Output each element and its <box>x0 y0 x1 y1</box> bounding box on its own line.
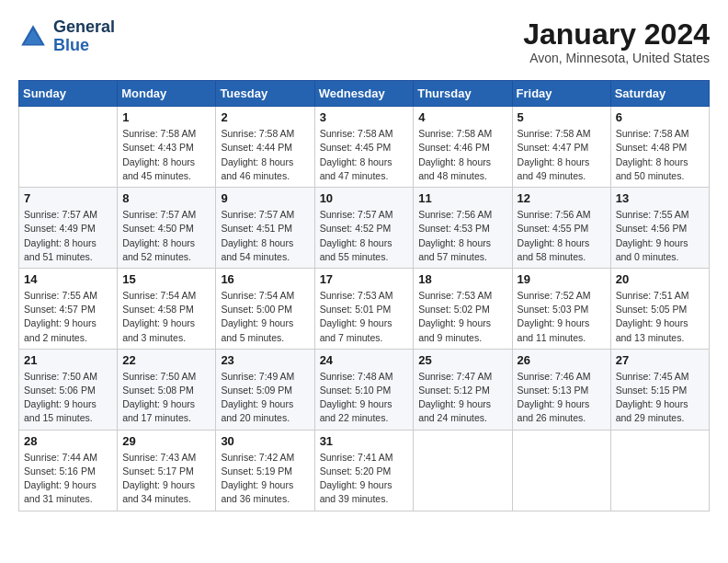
weekday-header-thursday: Thursday <box>414 81 512 107</box>
day-number: 28 <box>24 434 112 448</box>
day-number: 30 <box>221 434 309 448</box>
calendar-cell: 19Sunrise: 7:52 AMSunset: 5:03 PMDayligh… <box>512 268 610 349</box>
calendar-cell: 8Sunrise: 7:57 AMSunset: 4:50 PMDaylight… <box>118 188 216 269</box>
day-info: Sunrise: 7:58 AMSunset: 4:44 PMDaylight:… <box>221 127 309 183</box>
day-info: Sunrise: 7:57 AMSunset: 4:52 PMDaylight:… <box>320 208 409 264</box>
weekday-header-row: SundayMondayTuesdayWednesdayThursdayFrid… <box>19 81 710 107</box>
calendar-cell: 27Sunrise: 7:45 AMSunset: 5:15 PMDayligh… <box>610 349 709 430</box>
day-info: Sunrise: 7:49 AMSunset: 5:09 PMDaylight:… <box>221 370 309 426</box>
calendar-cell: 14Sunrise: 7:55 AMSunset: 4:57 PMDayligh… <box>19 268 118 349</box>
day-info: Sunrise: 7:50 AMSunset: 5:06 PMDaylight:… <box>24 370 112 426</box>
day-number: 4 <box>418 110 506 124</box>
logo-icon <box>18 22 48 52</box>
calendar-cell: 26Sunrise: 7:46 AMSunset: 5:13 PMDayligh… <box>512 349 610 430</box>
page-header: General Blue January 2024 Avon, Minnesot… <box>18 18 710 65</box>
calendar-cell: 4Sunrise: 7:58 AMSunset: 4:46 PMDaylight… <box>414 107 512 188</box>
weekday-header-monday: Monday <box>118 81 216 107</box>
calendar-cell: 23Sunrise: 7:49 AMSunset: 5:09 PMDayligh… <box>216 349 314 430</box>
day-number: 19 <box>518 272 606 286</box>
day-number: 14 <box>24 272 112 286</box>
calendar-cell: 13Sunrise: 7:55 AMSunset: 4:56 PMDayligh… <box>610 188 709 269</box>
day-info: Sunrise: 7:58 AMSunset: 4:46 PMDaylight:… <box>418 127 506 183</box>
calendar-cell: 2Sunrise: 7:58 AMSunset: 4:44 PMDaylight… <box>216 107 314 188</box>
month-title: January 2024 <box>523 18 710 51</box>
day-number: 6 <box>616 110 704 124</box>
day-info: Sunrise: 7:55 AMSunset: 4:56 PMDaylight:… <box>616 208 704 264</box>
day-number: 11 <box>418 191 506 205</box>
calendar-cell: 18Sunrise: 7:53 AMSunset: 5:02 PMDayligh… <box>414 268 512 349</box>
calendar-cell: 15Sunrise: 7:54 AMSunset: 4:58 PMDayligh… <box>118 268 216 349</box>
day-info: Sunrise: 7:51 AMSunset: 5:05 PMDaylight:… <box>616 289 704 345</box>
day-info: Sunrise: 7:53 AMSunset: 5:01 PMDaylight:… <box>320 289 409 345</box>
day-number: 13 <box>616 191 704 205</box>
weekday-header-wednesday: Wednesday <box>314 81 414 107</box>
day-number: 26 <box>518 353 606 367</box>
weekday-header-friday: Friday <box>512 81 610 107</box>
calendar-cell <box>414 430 512 511</box>
calendar-cell: 24Sunrise: 7:48 AMSunset: 5:10 PMDayligh… <box>314 349 414 430</box>
title-block: January 2024 Avon, Minnesota, United Sta… <box>523 18 710 65</box>
day-number: 7 <box>24 191 112 205</box>
weekday-header-sunday: Sunday <box>19 81 118 107</box>
day-info: Sunrise: 7:50 AMSunset: 5:08 PMDaylight:… <box>122 370 210 426</box>
day-number: 12 <box>518 191 606 205</box>
day-info: Sunrise: 7:42 AMSunset: 5:19 PMDaylight:… <box>221 451 309 507</box>
day-number: 10 <box>320 191 409 205</box>
day-number: 21 <box>24 353 112 367</box>
day-number: 25 <box>418 353 506 367</box>
day-info: Sunrise: 7:45 AMSunset: 5:15 PMDaylight:… <box>616 370 704 426</box>
logo-line1: General <box>53 18 115 37</box>
day-info: Sunrise: 7:41 AMSunset: 5:20 PMDaylight:… <box>320 451 409 507</box>
day-info: Sunrise: 7:43 AMSunset: 5:17 PMDaylight:… <box>122 451 210 507</box>
week-row-4: 21Sunrise: 7:50 AMSunset: 5:06 PMDayligh… <box>19 349 710 430</box>
calendar-cell: 30Sunrise: 7:42 AMSunset: 5:19 PMDayligh… <box>216 430 314 511</box>
calendar-cell <box>19 107 118 188</box>
day-info: Sunrise: 7:53 AMSunset: 5:02 PMDaylight:… <box>418 289 506 345</box>
calendar-cell <box>610 430 709 511</box>
calendar-cell: 31Sunrise: 7:41 AMSunset: 5:20 PMDayligh… <box>314 430 414 511</box>
day-info: Sunrise: 7:57 AMSunset: 4:49 PMDaylight:… <box>24 208 112 264</box>
day-number: 20 <box>616 272 704 286</box>
day-info: Sunrise: 7:58 AMSunset: 4:48 PMDaylight:… <box>616 127 704 183</box>
day-info: Sunrise: 7:54 AMSunset: 5:00 PMDaylight:… <box>221 289 309 345</box>
calendar-cell: 11Sunrise: 7:56 AMSunset: 4:53 PMDayligh… <box>414 188 512 269</box>
week-row-1: 1Sunrise: 7:58 AMSunset: 4:43 PMDaylight… <box>19 107 710 188</box>
day-number: 1 <box>122 110 210 124</box>
calendar-cell: 5Sunrise: 7:58 AMSunset: 4:47 PMDaylight… <box>512 107 610 188</box>
day-number: 15 <box>122 272 210 286</box>
week-row-5: 28Sunrise: 7:44 AMSunset: 5:16 PMDayligh… <box>19 430 710 511</box>
calendar-cell: 3Sunrise: 7:58 AMSunset: 4:45 PMDaylight… <box>314 107 414 188</box>
calendar-cell: 25Sunrise: 7:47 AMSunset: 5:12 PMDayligh… <box>414 349 512 430</box>
day-info: Sunrise: 7:54 AMSunset: 4:58 PMDaylight:… <box>122 289 210 345</box>
day-number: 27 <box>616 353 704 367</box>
day-number: 22 <box>122 353 210 367</box>
calendar-cell: 22Sunrise: 7:50 AMSunset: 5:08 PMDayligh… <box>118 349 216 430</box>
day-number: 24 <box>320 353 409 367</box>
calendar-cell: 21Sunrise: 7:50 AMSunset: 5:06 PMDayligh… <box>19 349 118 430</box>
day-number: 17 <box>320 272 409 286</box>
day-info: Sunrise: 7:56 AMSunset: 4:53 PMDaylight:… <box>418 208 506 264</box>
day-info: Sunrise: 7:48 AMSunset: 5:10 PMDaylight:… <box>320 370 409 426</box>
day-info: Sunrise: 7:46 AMSunset: 5:13 PMDaylight:… <box>518 370 606 426</box>
day-info: Sunrise: 7:55 AMSunset: 4:57 PMDaylight:… <box>24 289 112 345</box>
weekday-header-saturday: Saturday <box>610 81 709 107</box>
calendar-cell: 1Sunrise: 7:58 AMSunset: 4:43 PMDaylight… <box>118 107 216 188</box>
day-number: 16 <box>221 272 309 286</box>
calendar-table: SundayMondayTuesdayWednesdayThursdayFrid… <box>18 80 710 511</box>
logo-text: General Blue <box>53 18 115 55</box>
calendar-cell: 10Sunrise: 7:57 AMSunset: 4:52 PMDayligh… <box>314 188 414 269</box>
calendar-cell: 16Sunrise: 7:54 AMSunset: 5:00 PMDayligh… <box>216 268 314 349</box>
day-number: 8 <box>122 191 210 205</box>
calendar-cell <box>512 430 610 511</box>
logo-line2: Blue <box>53 37 115 55</box>
day-number: 29 <box>122 434 210 448</box>
day-number: 3 <box>320 110 409 124</box>
week-row-2: 7Sunrise: 7:57 AMSunset: 4:49 PMDaylight… <box>19 188 710 269</box>
calendar-cell: 6Sunrise: 7:58 AMSunset: 4:48 PMDaylight… <box>610 107 709 188</box>
day-number: 31 <box>320 434 409 448</box>
calendar-cell: 12Sunrise: 7:56 AMSunset: 4:55 PMDayligh… <box>512 188 610 269</box>
day-info: Sunrise: 7:58 AMSunset: 4:43 PMDaylight:… <box>122 127 210 183</box>
day-number: 23 <box>221 353 309 367</box>
day-info: Sunrise: 7:58 AMSunset: 4:47 PMDaylight:… <box>518 127 606 183</box>
calendar-cell: 7Sunrise: 7:57 AMSunset: 4:49 PMDaylight… <box>19 188 118 269</box>
